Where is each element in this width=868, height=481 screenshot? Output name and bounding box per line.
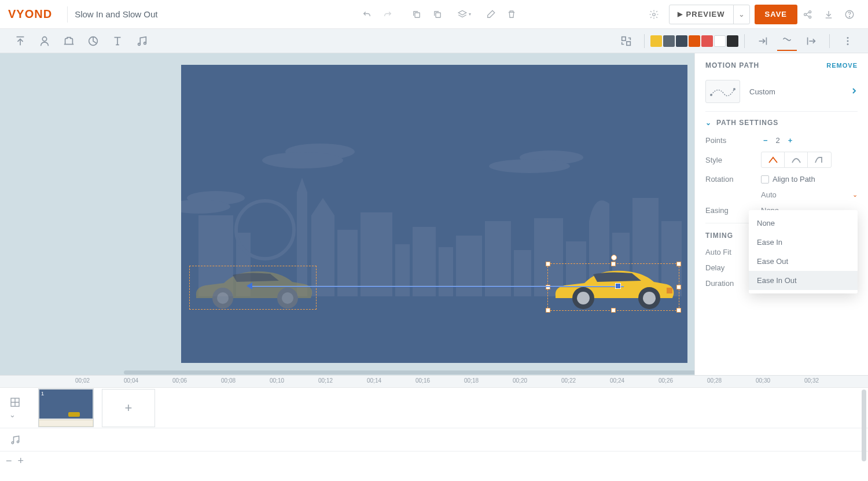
ruler-tick: 00;04 [124, 377, 138, 384]
ruler-tick: 00;18 [464, 377, 479, 384]
path-settings-header[interactable]: ⌄ PATH SETTINGS [705, 112, 858, 133]
car-end[interactable] [549, 265, 678, 311]
music-icon[interactable] [132, 31, 152, 51]
grid-icon[interactable] [9, 396, 21, 408]
prop-icon[interactable] [59, 31, 79, 51]
download-icon[interactable] [821, 6, 837, 23]
redo-icon[interactable] [380, 6, 396, 23]
path-type-label: Custom [749, 87, 775, 96]
swatch[interactable] [689, 35, 700, 47]
preview-dropdown-icon[interactable]: ⌄ [733, 5, 749, 24]
divider [67, 6, 68, 23]
svg-point-16 [847, 43, 849, 45]
style-straight-icon[interactable] [762, 152, 785, 167]
motion-path-end-icon[interactable] [615, 283, 621, 289]
save-button[interactable]: SAVE [755, 5, 797, 24]
chevron-right-icon [851, 87, 858, 96]
ruler-tick: 00;22 [561, 377, 576, 384]
zoom-in-button[interactable]: + [18, 455, 24, 467]
paste-icon[interactable] [429, 6, 446, 23]
settings-icon[interactable] [646, 6, 662, 23]
style-options[interactable] [761, 152, 832, 168]
zoom-out-button[interactable]: − [6, 455, 12, 467]
replace-icon[interactable] [616, 31, 636, 51]
svg-point-22 [489, 159, 570, 173]
style-step-icon[interactable] [808, 152, 831, 167]
motion-path-start-icon[interactable] [247, 282, 252, 289]
character-icon[interactable] [35, 31, 54, 51]
copy-icon[interactable] [409, 6, 425, 23]
chart-icon[interactable] [83, 31, 103, 51]
easing-dropdown: NoneEase InEase OutEase In Out [749, 210, 858, 293]
svg-point-46 [282, 292, 293, 304]
svg-point-2 [652, 13, 655, 16]
swatch[interactable] [701, 35, 713, 47]
color-swatches[interactable] [650, 35, 738, 47]
svg-rect-47 [667, 288, 672, 293]
enter-icon[interactable] [753, 31, 773, 51]
ruler-tick: 00;20 [513, 377, 527, 384]
svg-point-52 [710, 94, 712, 96]
points-plus-button[interactable]: + [786, 136, 795, 145]
motion-path-icon[interactable] [777, 31, 797, 51]
easing-option[interactable]: Ease Out [749, 252, 858, 271]
ruler-tick: 00;24 [610, 377, 624, 384]
svg-rect-36 [485, 221, 511, 296]
scene-thumbnail[interactable]: 1 [38, 388, 94, 427]
remove-button[interactable]: REMOVE [826, 62, 858, 69]
ruler-tick: 00;30 [756, 377, 770, 384]
project-title[interactable]: Slow In and Slow Out [75, 9, 157, 19]
trash-icon[interactable] [503, 6, 520, 23]
timeline-scrollbar[interactable] [862, 390, 866, 461]
timeline-ruler[interactable]: 00;0200;0400;0600;0800;1000;1200;1400;16… [0, 376, 868, 388]
svg-point-56 [17, 440, 19, 442]
add-scene-button[interactable]: + [102, 389, 155, 427]
svg-rect-0 [415, 13, 420, 17]
properties-panel: MOTION PATH REMOVE Custom ⌄ PATH SETTING… [694, 53, 868, 375]
help-icon[interactable] [841, 6, 858, 23]
swatch[interactable] [650, 35, 662, 47]
audio-row[interactable] [0, 428, 868, 451]
easing-option[interactable]: Ease In [749, 233, 858, 252]
canvas[interactable] [181, 65, 687, 363]
text-icon[interactable] [108, 31, 127, 51]
car-start [189, 266, 317, 310]
rotation-handle[interactable] [611, 255, 617, 260]
svg-rect-35 [456, 236, 482, 296]
layers-icon[interactable]: ▾ [456, 6, 472, 23]
top-bar: VYOND Slow In and Slow Out ▾ ▶PREVIEW ⌄ … [0, 0, 868, 29]
svg-point-7 [849, 16, 849, 17]
swatch[interactable] [714, 35, 726, 47]
path-type-selector[interactable]: Custom [705, 76, 858, 112]
preview-button[interactable]: ▶PREVIEW ⌄ [669, 5, 750, 24]
easing-option[interactable]: Ease In Out [749, 271, 858, 290]
erase-icon[interactable] [483, 6, 499, 23]
points-value: 2 [776, 136, 780, 145]
swatch[interactable] [727, 35, 738, 47]
swatch[interactable] [663, 35, 675, 47]
logo: VYOND [8, 8, 52, 21]
svg-rect-13 [627, 41, 630, 45]
easing-option[interactable]: None [749, 214, 858, 233]
preview-label: PREVIEW [686, 10, 725, 19]
share-icon[interactable] [800, 6, 816, 23]
upload-icon[interactable] [10, 31, 30, 51]
exit-icon[interactable] [801, 31, 821, 51]
undo-icon[interactable] [359, 6, 375, 23]
align-checkbox[interactable] [761, 175, 769, 183]
points-minus-button[interactable]: − [761, 136, 770, 145]
svg-rect-12 [622, 36, 626, 40]
rotation-select[interactable]: Auto⌄ [761, 190, 858, 199]
rotation-label: Rotation [705, 175, 761, 183]
more-icon[interactable] [838, 31, 858, 51]
ruler-tick: 00;16 [415, 377, 430, 384]
motion-path-line[interactable] [251, 286, 624, 287]
ruler-tick: 00;10 [270, 377, 284, 384]
style-curve-icon[interactable] [785, 152, 808, 167]
chevron-down-icon[interactable]: ⌄ [9, 410, 32, 419]
ruler-tick: 00;26 [659, 377, 673, 384]
zoom-controls: − + [0, 451, 868, 470]
svg-point-51 [643, 292, 656, 304]
swatch[interactable] [676, 35, 687, 47]
path-thumb-icon [705, 80, 740, 103]
